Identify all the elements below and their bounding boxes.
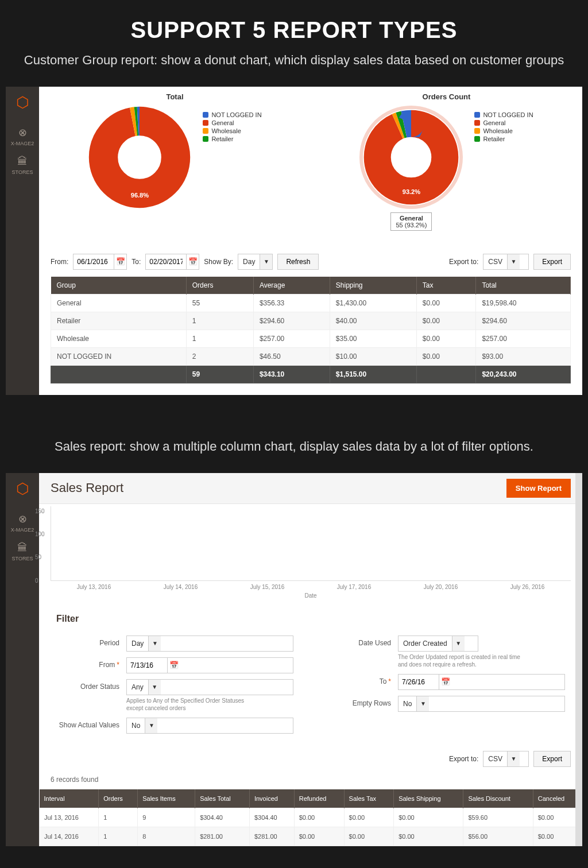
app-sales-report: ⬡ ⊗X-MAGE2 🏛STORES Sales Report Show Rep… xyxy=(6,473,582,846)
from-date-input[interactable]: 📅 xyxy=(126,657,293,673)
refresh-button[interactable]: Refresh xyxy=(277,254,319,270)
app-customer-group-report: ⬡ ⊗X-MAGE2 🏛STORES Total 96.8% xyxy=(6,87,582,395)
donut-orders: 93.2% xyxy=(359,106,463,209)
filter-bar: From: 📅 To: 📅 Show By: Day▼ Refresh Expo… xyxy=(51,254,571,270)
column-header[interactable]: Orders xyxy=(186,277,253,294)
chart-total: Total 96.8% NOT LOGGED INGeneralWholesal… xyxy=(51,92,299,231)
table-footer: 59$343.10$1,515.00$20,243.00 xyxy=(51,365,571,383)
filter-heading: Filter xyxy=(56,614,565,624)
sidebar-item-xmage2[interactable]: ⊗X-MAGE2 xyxy=(6,513,39,533)
column-header[interactable]: Group xyxy=(51,277,187,294)
legend-item[interactable]: NOT LOGGED IN xyxy=(203,111,261,118)
table-row: General55$356.33$1,430.00$0.00$19,598.40 xyxy=(51,294,571,312)
chevron-down-icon: ▼ xyxy=(507,751,520,766)
stores-icon: 🏛 xyxy=(6,156,39,168)
column-header[interactable]: Tax xyxy=(416,277,476,294)
page-title: SUPPORT 5 REPORT TYPES xyxy=(11,17,577,43)
from-date-input[interactable]: 📅 xyxy=(73,254,127,270)
period-select[interactable]: Day▼ xyxy=(126,636,293,652)
column-header[interactable]: Average xyxy=(253,277,330,294)
show-actual-select[interactable]: No▼ xyxy=(126,718,293,734)
table-row: Retailer1$294.60$40.00$0.00$294.60 xyxy=(51,312,571,330)
sales-report-table: IntervalOrdersSales ItemsSales TotalInvo… xyxy=(39,789,582,846)
column-header[interactable]: Orders xyxy=(99,789,138,808)
calendar-icon[interactable]: 📅 xyxy=(114,254,126,269)
legend-item[interactable]: Wholesale xyxy=(203,127,261,134)
admin-sidebar: ⬡ ⊗X-MAGE2 🏛STORES xyxy=(6,87,39,395)
chevron-down-icon: ▼ xyxy=(507,254,520,269)
scrollbar[interactable] xyxy=(575,473,582,846)
page-title: Sales Report xyxy=(51,480,123,495)
magento-logo-icon[interactable]: ⬡ xyxy=(16,94,29,111)
table-row: Jul 14, 201618$281.00$281.00$0.00$0.00$0… xyxy=(40,827,582,846)
show-report-button[interactable]: Show Report xyxy=(506,479,571,498)
chevron-down-icon: ▼ xyxy=(416,696,429,711)
table-row: Wholesale1$257.00$35.00$0.00$257.00 xyxy=(51,330,571,347)
to-date-input[interactable]: 📅 xyxy=(145,254,199,270)
admin-sidebar: ⬡ ⊗X-MAGE2 🏛STORES xyxy=(6,473,39,846)
sidebar-item-stores[interactable]: 🏛STORES xyxy=(6,156,39,175)
chevron-down-icon: ▼ xyxy=(148,636,161,651)
chart-orders-count: Orders Count 93.2% General55 ( xyxy=(322,92,571,231)
order-status-select[interactable]: Any▼ xyxy=(126,679,293,695)
column-header[interactable]: Sales Items xyxy=(138,789,195,808)
chevron-down-icon: ▼ xyxy=(452,636,465,651)
records-found: 6 records found xyxy=(39,773,582,789)
stores-icon: 🏛 xyxy=(6,542,39,554)
column-header[interactable]: Sales Shipping xyxy=(394,789,463,808)
calendar-icon[interactable]: 📅 xyxy=(439,675,451,689)
export-format-select[interactable]: CSV▼ xyxy=(483,254,529,270)
column-header[interactable]: Sales Tax xyxy=(344,789,394,808)
chevron-down-icon: ▼ xyxy=(260,254,272,269)
sales-bar-chart: 050100150 July 13, 2016July 14, 2016July… xyxy=(39,504,582,602)
column-header[interactable]: Interval xyxy=(40,789,99,808)
column-header[interactable]: Sales Discount xyxy=(463,789,533,808)
svg-point-4 xyxy=(378,123,446,191)
section2-subtitle: Sales report: show a multiple column cha… xyxy=(11,438,577,456)
table-row: NOT LOGGED IN2$46.50$10.00$0.00$93.00 xyxy=(51,347,571,365)
export-button[interactable]: Export xyxy=(533,751,571,767)
column-header[interactable]: Invoiced xyxy=(249,789,294,808)
legend-item[interactable]: Retailer xyxy=(474,135,533,142)
empty-rows-select[interactable]: No▼ xyxy=(398,696,565,712)
legend-item[interactable]: Wholesale xyxy=(474,127,533,134)
export-format-select[interactable]: CSV▼ xyxy=(483,751,529,767)
legend-item[interactable]: General xyxy=(474,119,533,126)
to-date-input[interactable]: 📅 xyxy=(398,674,565,690)
column-header[interactable]: Canceled xyxy=(533,789,582,808)
table-row: Jul 13, 201619$304.40$304.40$0.00$0.00$0… xyxy=(40,808,582,827)
sidebar-item-xmage2[interactable]: ⊗X-MAGE2 xyxy=(6,126,39,146)
donut-total: 96.8% xyxy=(88,106,191,209)
xmage-icon: ⊗ xyxy=(6,126,39,139)
legend-item[interactable]: NOT LOGGED IN xyxy=(474,111,533,118)
showby-select[interactable]: Day▼ xyxy=(238,254,273,270)
xmage-icon: ⊗ xyxy=(6,513,39,525)
legend-item[interactable]: Retailer xyxy=(203,135,261,142)
export-button[interactable]: Export xyxy=(533,254,571,270)
magento-logo-icon[interactable]: ⬡ xyxy=(16,480,29,498)
group-report-table: GroupOrdersAverageShippingTaxTotal Gener… xyxy=(51,277,571,383)
page-subtitle: Customer Group report: show a donut char… xyxy=(11,52,577,69)
chart-tooltip: General55 (93.2%) xyxy=(390,212,432,231)
chevron-down-icon: ▼ xyxy=(145,718,157,733)
svg-point-0 xyxy=(103,121,176,193)
calendar-icon[interactable]: 📅 xyxy=(186,254,199,269)
sidebar-item-stores[interactable]: 🏛STORES xyxy=(6,542,39,561)
chevron-down-icon: ▼ xyxy=(148,680,161,695)
column-header[interactable]: Shipping xyxy=(330,277,416,294)
column-header[interactable]: Total xyxy=(476,277,571,294)
calendar-icon[interactable]: 📅 xyxy=(167,658,180,673)
legend-item[interactable]: General xyxy=(203,119,261,126)
date-used-select[interactable]: Order Created▼ xyxy=(398,636,478,652)
column-header[interactable]: Sales Total xyxy=(195,789,250,808)
column-header[interactable]: Refunded xyxy=(294,789,344,808)
